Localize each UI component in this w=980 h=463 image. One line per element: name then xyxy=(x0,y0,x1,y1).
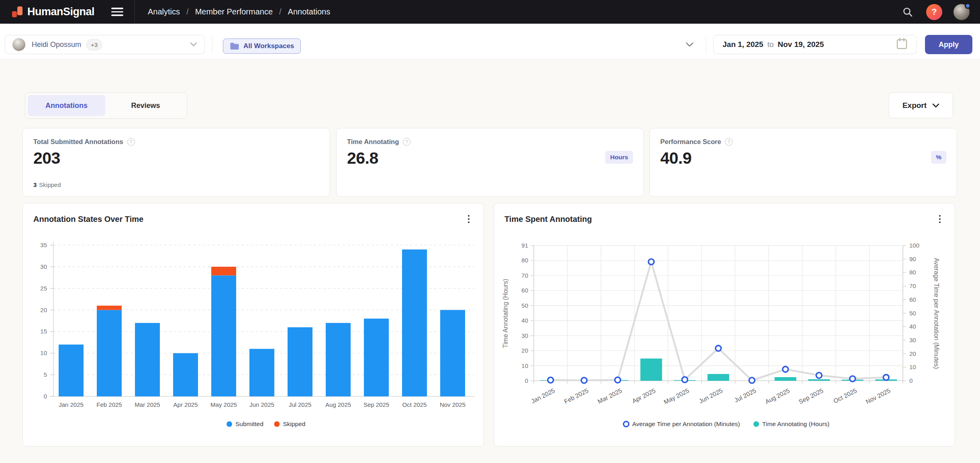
x-axis-label: Oct 2025 xyxy=(402,401,427,408)
legend-label: Average Time per Annotation (Minutes) xyxy=(632,420,740,427)
date-range-input[interactable]: Jan 1, 2025 to Nov 19, 2025 xyxy=(713,35,917,54)
x-axis-label: Nov 2025 xyxy=(440,401,466,408)
tabs: Annotations Reviews xyxy=(25,92,187,119)
chart-title: Annotation States Over Time xyxy=(33,215,143,224)
right-tick-label: 60 xyxy=(909,296,916,303)
filter-divider xyxy=(212,36,212,53)
chevron-down-icon xyxy=(686,41,694,49)
stat-footer: 3Skipped xyxy=(33,181,61,188)
stat-card-total-submitted: Total Submitted Annotations ? 203 3Skipp… xyxy=(22,128,330,197)
workspaces-select[interactable]: All Workspaces xyxy=(219,35,705,54)
annotation-states-chart: 05101520253035Jan 2025Feb 2025Mar 2025Ap… xyxy=(23,237,484,446)
y-tick-label: 25 xyxy=(40,285,47,292)
x-axis-label: Jan 2025 xyxy=(59,401,84,408)
apply-button[interactable]: Apply xyxy=(925,35,972,54)
x-axis-label: Feb 2025 xyxy=(96,401,122,408)
right-axis-title: Average Time per Annotation (Minutes) xyxy=(933,258,940,369)
right-tick-label: 70 xyxy=(909,282,916,289)
stat-card-performance-score: Performance Score ? 40.9 % xyxy=(649,128,957,197)
legend-swatch xyxy=(753,421,759,427)
breadcrumb-analytics[interactable]: Analytics xyxy=(148,7,180,16)
breadcrumb-member-performance[interactable]: Member Performance xyxy=(195,7,273,16)
left-tick-label: 50 xyxy=(521,302,528,309)
submitted-bar xyxy=(173,353,198,396)
line-marker xyxy=(783,366,788,372)
x-axis-label: Mar 2025 xyxy=(135,401,160,408)
x-axis-label: Jun 2025 xyxy=(698,387,724,405)
kebab-menu-icon[interactable] xyxy=(934,212,946,226)
right-tick-label: 30 xyxy=(909,337,916,343)
y-tick-label: 10 xyxy=(40,349,47,356)
right-tick-label: 0 xyxy=(909,377,913,384)
left-tick-label: 80 xyxy=(521,257,528,264)
right-tick-label: 80 xyxy=(909,269,916,276)
chart-card-time-spent: Time Spent Annotating 918070605040302010… xyxy=(494,203,955,447)
x-axis-label: Apr 2025 xyxy=(174,401,198,408)
breadcrumb-separator: / xyxy=(279,7,282,16)
submitted-bar xyxy=(364,319,389,396)
chart-title: Time Spent Annotating xyxy=(504,215,592,224)
folder-icon xyxy=(230,42,239,50)
x-axis-label: Aug 2025 xyxy=(325,401,351,408)
help-circle-icon[interactable]: ? xyxy=(725,138,733,146)
x-axis-label: Jun 2025 xyxy=(249,401,274,408)
member-extra-count-pill: +3 xyxy=(86,39,102,51)
x-axis-label: Mar 2025 xyxy=(596,387,623,405)
y-tick-label: 15 xyxy=(40,328,47,335)
line-marker xyxy=(716,345,721,351)
help-icon[interactable]: ? xyxy=(926,4,942,20)
chart-card-annotation-states: Annotation States Over Time 051015202530… xyxy=(22,203,484,447)
hours-bar xyxy=(640,359,662,381)
x-axis-label: Aug 2025 xyxy=(764,387,791,405)
left-tick-label: 30 xyxy=(521,332,528,339)
kebab-menu-icon[interactable] xyxy=(463,212,475,226)
date-from: Jan 1, 2025 xyxy=(723,40,763,49)
tab-annotations[interactable]: Annotations xyxy=(28,95,105,116)
line-marker xyxy=(548,377,553,383)
submitted-bar xyxy=(402,250,427,396)
legend-label: Submitted xyxy=(235,420,263,427)
x-axis-label: May 2025 xyxy=(210,401,237,408)
member-name: Heidi Opossum xyxy=(32,41,81,49)
submitted-bar xyxy=(440,310,465,396)
breadcrumb-separator: / xyxy=(186,7,189,16)
tab-reviews[interactable]: Reviews xyxy=(107,95,184,116)
search-icon[interactable] xyxy=(900,5,915,19)
right-tick-label: 10 xyxy=(909,363,916,370)
y-tick-label: 0 xyxy=(44,393,47,400)
humansignal-logo-icon xyxy=(12,6,23,18)
filter-divider xyxy=(706,36,706,53)
x-axis-label: Jan 2025 xyxy=(530,387,556,405)
help-circle-icon[interactable]: ? xyxy=(127,138,135,146)
all-workspaces-chip[interactable]: All Workspaces xyxy=(223,39,301,54)
submitted-bar xyxy=(326,323,351,396)
legend-ring xyxy=(624,422,629,427)
left-tick-label: 0 xyxy=(525,377,528,384)
line-marker xyxy=(682,377,688,382)
export-button[interactable]: Export xyxy=(889,92,953,118)
x-axis-label: Oct 2025 xyxy=(832,387,858,405)
hours-badge: Hours xyxy=(605,151,633,164)
legend-label: Skipped xyxy=(283,420,305,427)
date-to: Nov 19, 2025 xyxy=(778,40,824,49)
humansignal-logo[interactable]: HumanSignal xyxy=(12,6,94,18)
user-avatar[interactable] xyxy=(953,4,970,20)
help-circle-icon[interactable]: ? xyxy=(403,138,410,146)
chevron-down-icon xyxy=(190,41,197,48)
submitted-bar xyxy=(249,349,274,396)
x-axis-label: Feb 2025 xyxy=(563,387,590,405)
submitted-bar xyxy=(211,275,236,396)
member-select[interactable]: Heidi Opossum +3 xyxy=(5,35,205,54)
legend-swatch xyxy=(227,421,232,427)
breadcrumb-annotations[interactable]: Annotations xyxy=(288,7,331,16)
y-tick-label: 5 xyxy=(44,371,47,378)
calendar-icon[interactable] xyxy=(896,38,907,51)
time-spent-chart: 9180706050403020100100908070605040302010… xyxy=(494,237,955,446)
right-tick-label: 50 xyxy=(909,310,916,317)
left-tick-label: 40 xyxy=(521,317,528,324)
right-tick-label: 40 xyxy=(909,323,916,330)
hamburger-menu-icon[interactable] xyxy=(111,6,123,18)
breadcrumb: Analytics / Member Performance / Annotat… xyxy=(148,7,330,16)
submitted-bar xyxy=(97,310,122,396)
line-marker xyxy=(648,259,654,264)
